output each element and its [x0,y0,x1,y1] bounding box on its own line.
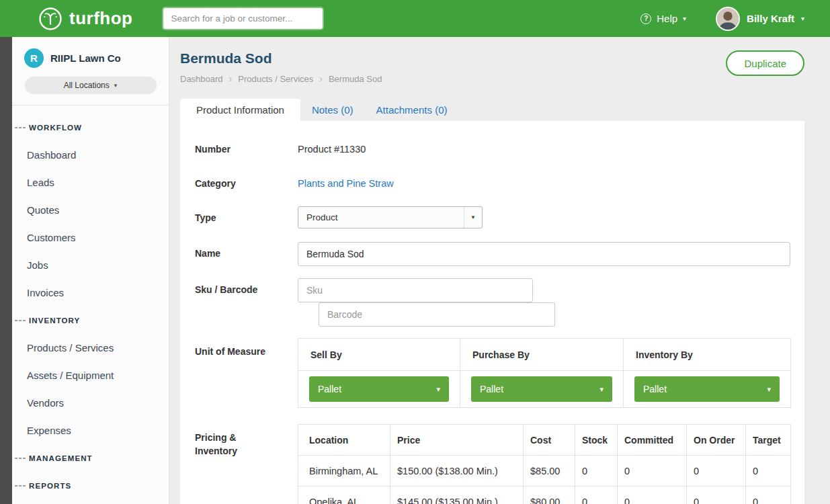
col-cost: Cost [524,425,575,456]
committed-cell: 0 [618,456,687,487]
form-row-pricing-inventory: Pricing & Inventory Location Price [195,424,790,504]
nav-section-inventory[interactable]: INVENTORY [12,306,169,334]
sell-by-dropdown[interactable]: Pallet ▾ [309,376,449,402]
chevron-down-icon: ▾ [801,15,804,22]
nav-section-workflow[interactable]: WORKFLOW [12,114,169,141]
location-link[interactable]: Birmingham, AL [298,456,390,487]
sku-barcode-control [298,278,790,327]
company-name: RIIPL Lawn Co [50,52,121,64]
search-input[interactable] [163,8,323,29]
chevron-down-icon: ▾ [683,15,686,22]
top-bar-right: ? Help ▾ Billy Kraft ▾ [640,7,804,31]
target-cell: 0 [746,456,791,487]
sidebar-item-products-services[interactable]: Products / Services [12,334,169,362]
uom-cell-sell-by: Pallet ▾ [298,371,460,408]
col-target: Target [746,425,791,456]
price-cell: $145.00 ($135.00 Min.) [390,487,524,504]
breadcrumb-products-services[interactable]: Products / Services [238,74,313,84]
dashes-icon [15,320,26,321]
sidebar-item-leads[interactable]: Leads [12,169,169,196]
user-menu[interactable]: Billy Kraft ▾ [716,7,804,31]
sidebar-item-jobs[interactable]: Jobs [12,251,169,279]
brand-logo[interactable]: turfhop [38,7,132,31]
page-header: Bermuda Sod Dashboard › Products / Servi… [169,37,830,99]
pricing-inventory-table: Location Price Cost Stock Committed On O… [298,424,791,504]
col-price: Price [390,425,524,456]
label-line: Pricing & [195,431,279,444]
type-select[interactable]: Product ▼ [298,206,483,228]
sidebar-nav: WORKFLOW Dashboard Leads Quotes Customer… [12,106,169,499]
uom-cell-inventory-by: Pallet ▾ [624,371,791,408]
number-label: Number [195,142,298,156]
chevron-down-icon: ▾ [436,385,440,394]
help-menu[interactable]: ? Help ▾ [640,13,686,24]
purchase-by-value: Pallet [480,384,503,394]
sidebar-item-customers[interactable]: Customers [12,224,169,251]
brand-name: turfhop [69,8,132,29]
user-name: Billy Kraft [747,13,794,24]
locations-dropdown[interactable]: All Locations ▾ [25,77,157,94]
table-row: Birmingham, AL $150.00 ($138.00 Min.) $8… [298,456,791,487]
top-bar: turfhop ? Help ▾ Billy Kraft ▾ [0,0,830,37]
duplicate-button[interactable]: Duplicate [726,50,804,76]
uom-header-row: Sell By Purchase By Inventory By [298,339,791,371]
inventory-by-dropdown[interactable]: Pallet ▾ [634,376,780,402]
breadcrumb-dashboard[interactable]: Dashboard [180,74,223,84]
name-control [298,242,790,266]
type-control: Product ▼ [298,206,790,228]
nav-section-label: MANAGEMENT [29,454,93,462]
form-row-type: Type Product ▼ [195,206,790,228]
nav-section-label: WORKFLOW [29,124,82,132]
purchase-by-dropdown[interactable]: Pallet ▾ [471,376,612,402]
help-icon: ? [640,13,651,24]
sidebar-item-assets-equipment[interactable]: Assets / Equipment [12,362,169,389]
breadcrumb-current: Bermuda Sod [329,74,382,84]
category-link[interactable]: Plants and Pine Straw [298,177,394,190]
dashes-icon [15,127,26,128]
uom-col-sell-by: Sell By [298,339,460,371]
chevron-down-icon: ▾ [599,385,604,394]
chevron-right-icon: › [319,73,323,84]
sidebar-item-vendors[interactable]: Vendors [12,389,169,417]
uom-col-purchase-by: Purchase By [460,339,624,371]
name-input[interactable] [298,242,790,266]
avatar [716,7,740,31]
nav-section-management[interactable]: MANAGEMENT [12,444,169,472]
pricing-control: Location Price Cost Stock Committed On O… [298,424,791,504]
form-row-number: Number Product #11330 [195,142,790,156]
form-row-name: Name [195,242,790,266]
pricing-header-row: Location Price Cost Stock Committed On O… [298,425,791,456]
stock-cell: 0 [575,456,618,487]
cost-cell: $80.00 [524,487,575,504]
chevron-right-icon: › [229,73,233,84]
location-link[interactable]: Opelika, AL [298,487,390,504]
nav-section-reports[interactable]: REPORTS [12,472,169,499]
sell-by-value: Pallet [318,384,341,394]
tab-notes[interactable]: Notes (0) [300,99,365,121]
sidebar-item-invoices[interactable]: Invoices [12,279,169,306]
nav-section-label: REPORTS [29,482,71,490]
col-committed: Committed [618,425,687,456]
category-label: Category [195,177,298,190]
main-content: Bermuda Sod Dashboard › Products / Servi… [169,37,830,504]
chevron-down-icon: ▾ [767,385,771,394]
company-header[interactable]: R RIIPL Lawn Co [12,37,169,68]
table-row: Opelika, AL $145.00 ($135.00 Min.) $80.0… [298,487,791,504]
left-edge-strip [0,37,12,504]
name-label: Name [195,242,298,266]
uom-col-inventory-by: Inventory By [624,339,791,371]
on-order-cell: 0 [687,487,746,504]
price-cell: $150.00 ($138.00 Min.) [390,456,524,487]
breadcrumb: Dashboard › Products / Services › Bermud… [180,73,804,84]
sidebar-item-expenses[interactable]: Expenses [12,417,169,444]
uom-value-row: Pallet ▾ Pallet ▾ [298,371,791,408]
tab-product-information[interactable]: Product Information [180,99,300,121]
pricing-inventory-label: Pricing & Inventory [195,424,298,504]
on-order-cell: 0 [687,456,746,487]
barcode-input[interactable] [319,302,555,327]
tab-attachments[interactable]: Attachments (0) [365,99,459,121]
tab-bar: Product Information Notes (0) Attachment… [169,99,830,121]
sidebar-item-dashboard[interactable]: Dashboard [12,141,169,169]
sidebar-item-quotes[interactable]: Quotes [12,196,169,224]
sku-input[interactable] [298,278,533,302]
